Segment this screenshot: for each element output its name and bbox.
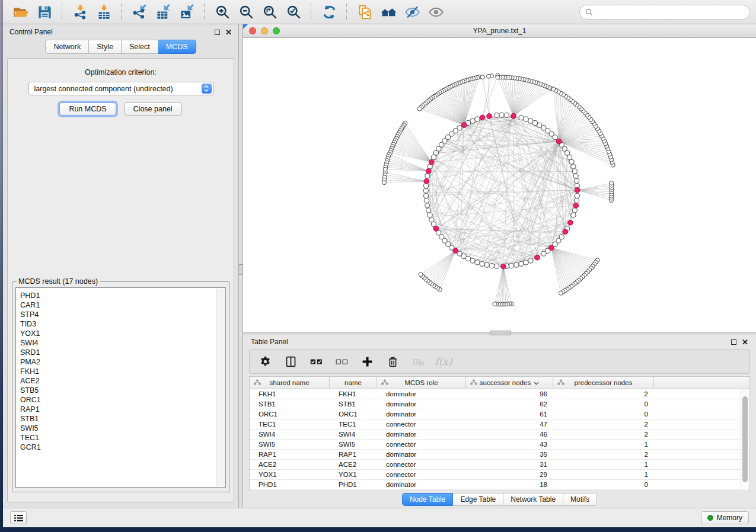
maximize-window-icon[interactable] [273,27,280,34]
column-header-predecessor-nodes[interactable]: predecessor nodes [553,377,654,389]
delete-table-button[interactable] [410,353,426,370]
add-column-button[interactable] [359,353,375,370]
column-header-mcds-role[interactable]: MCDS role [377,377,466,389]
close-panel-button-mcds[interactable]: Close panel [124,102,182,116]
open-session-button[interactable] [9,2,33,22]
cell-mcds-role: dominator [377,481,466,488]
optimization-criterion-select[interactable]: largest connected component (undirected) [28,82,213,95]
mcds-result-item[interactable]: YOX1 [20,329,225,338]
mcds-result-item[interactable]: STP4 [20,310,225,319]
zoom-in-button[interactable] [210,2,234,22]
import-network-button[interactable] [68,2,92,22]
divider-grip[interactable] [490,331,511,335]
zoom-out-button[interactable] [234,2,258,22]
tab-network[interactable]: Network [45,40,89,54]
export-network-button[interactable] [127,2,151,22]
home-button[interactable] [377,2,400,22]
mcds-result-item[interactable]: ORC1 [20,395,225,405]
mcds-result-item[interactable]: TID3 [20,319,225,329]
table-row[interactable]: ACE2ACE2connector311 [250,460,749,470]
close-window-icon[interactable] [249,27,256,34]
mcds-result-item[interactable]: PHD1 [20,291,225,300]
mcds-result-item[interactable]: SWI4 [20,338,225,348]
mcds-result-item[interactable]: CAR1 [20,300,225,310]
export-table-button[interactable] [151,2,175,22]
table-row[interactable]: YOX1YOX1connector291 [250,470,749,480]
cell-mcds-role: dominator [377,411,466,418]
toggle-panels-button[interactable] [282,353,299,370]
copy-network-icon [357,4,373,20]
hide-selected-button[interactable] [400,2,424,22]
mcds-result-item[interactable]: TEC1 [20,433,225,443]
tab-style[interactable]: Style [89,40,122,54]
close-table-panel-button[interactable]: ✕ [742,338,748,346]
divider-grip[interactable] [238,264,243,275]
table-row[interactable]: SWI4SWI4dominator462 [250,430,749,440]
zoom-selected-button[interactable] [282,2,305,22]
mcds-result-item[interactable]: ACE2 [20,376,225,386]
mcds-result-item[interactable]: PMA2 [20,357,225,367]
column-header-shared-name[interactable]: shared name [250,377,330,389]
zoom-in-icon [215,4,231,20]
vertical-split-divider[interactable] [238,24,243,508]
cell-mcds-role: connector [377,441,466,448]
refresh-button[interactable] [317,2,341,22]
zoom-fit-button[interactable] [258,2,282,22]
table-row[interactable]: SWI5SWI5connector431 [250,440,749,450]
cell-shared-name: STB1 [250,400,330,408]
task-history-button[interactable] [10,511,27,524]
table-scrollbar[interactable] [741,389,749,490]
table-row[interactable]: FKH1FKH1dominator962 [250,389,749,399]
cell-successor-nodes: 96 [466,390,553,398]
search-box[interactable] [579,5,750,20]
show-all-button[interactable] [424,2,448,22]
table-settings-button[interactable] [257,353,273,370]
function-builder-button[interactable]: f(x) [435,353,452,370]
tab-mcds[interactable]: MCDS [158,40,196,54]
tab-motifs[interactable]: Motifs [563,493,597,506]
mcds-result-item[interactable]: FKH1 [20,367,225,376]
column-header-name[interactable]: name [330,377,377,389]
copy-network-button[interactable] [353,2,377,22]
cell-predecessor-nodes: 1 [553,441,654,448]
cell-mcds-role: dominator [377,451,466,458]
export-image-button[interactable] [175,2,199,22]
deselect-all-button[interactable] [333,353,350,370]
table-row[interactable]: TEC1TEC1connector472 [250,419,749,430]
mcds-result-item[interactable]: GCR1 [20,443,225,452]
table-row[interactable]: ORC1ORC1dominator610 [250,409,749,419]
table-tabs: Node TableEdge TableNetwork TableMotifs [243,491,756,508]
mcds-result-item[interactable]: STB5 [20,386,225,395]
tab-select[interactable]: Select [122,40,158,54]
save-session-button[interactable] [33,2,56,22]
tab-edge-table[interactable]: Edge Table [453,493,503,506]
tab-network-table[interactable]: Network Table [503,493,563,506]
delete-column-button[interactable] [384,353,401,370]
close-panel-button[interactable]: ✕ [225,28,232,36]
select-all-button[interactable] [308,353,324,370]
mcds-result-scrollbar[interactable] [216,289,225,486]
criterion-selected-value: largest connected component (undirected) [29,85,202,93]
minimize-window-icon[interactable] [261,27,268,34]
float-table-panel-button[interactable] [731,339,736,345]
table-row[interactable]: STB1STB1dominator620 [250,399,749,409]
network-view[interactable] [243,38,756,332]
mcds-result-item[interactable]: SRD1 [20,348,225,357]
network-canvas[interactable] [243,38,756,332]
show-all-icon [428,4,444,20]
table-scrollbar-thumb[interactable] [742,396,748,482]
mcds-result-listbox[interactable]: PHD1CAR1STP4TID3YOX1SWI4SRD1PMA2FKH1ACE2… [15,287,226,488]
mcds-result-item[interactable]: RAP1 [20,405,225,414]
import-table-button[interactable] [92,2,116,22]
column-header-successor-nodes[interactable]: successor nodes [466,377,553,389]
run-mcds-button[interactable]: Run MCDS [59,102,116,116]
table-row[interactable]: RAP1RAP1dominator352 [250,450,749,460]
mcds-result-item[interactable]: SWI5 [20,424,225,433]
mcds-result-item[interactable]: STB1 [20,414,225,424]
float-panel-button[interactable] [215,30,220,35]
memory-button[interactable]: Memory [701,511,749,524]
horizontal-split-divider[interactable] [243,332,756,335]
table-row[interactable]: PHD1PHD1dominator180 [250,480,749,490]
tab-node-table[interactable]: Node Table [402,493,454,506]
search-input[interactable] [596,7,744,17]
